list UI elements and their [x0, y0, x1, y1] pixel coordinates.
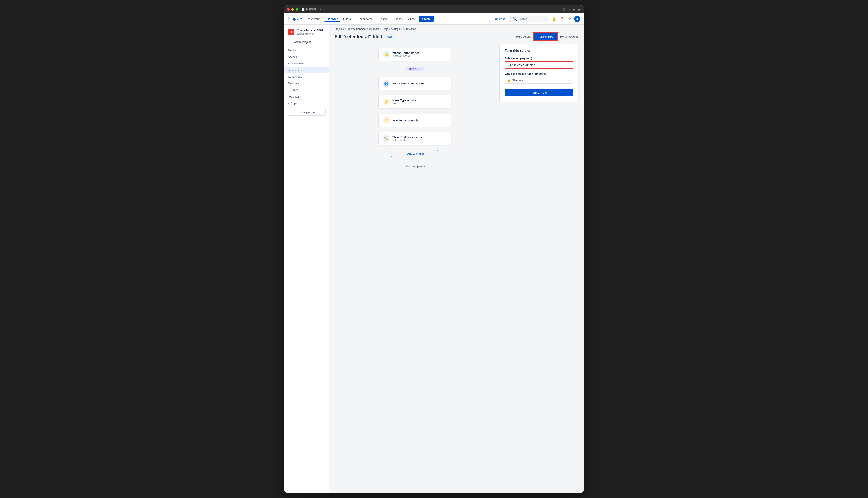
turn-on-rule-button[interactable]: Turn on rule [534, 33, 557, 40]
chevron-down-icon: ▾ [402, 18, 403, 20]
who-can-edit-label: Who can edit this rule? * (required) [505, 72, 573, 75]
selected-at-icon: ⚡ [383, 117, 390, 123]
issue-type-text: Issue Type equals Item [392, 99, 416, 105]
sidebar-item-toolchain[interactable]: Toolchain [284, 93, 329, 100]
chevron-icon: ▸ [288, 102, 289, 104]
top-navigation: ⠿ ◆ Jira Your work ▾ Projects ▾ Filters … [284, 13, 584, 25]
sidebar-item-access[interactable]: Access [284, 54, 329, 60]
right-panel: Turn this rule on Rule name * (required)… [495, 43, 578, 174]
create-button[interactable]: Create [419, 16, 434, 22]
sidebar-item-board[interactable]: ▸ Board [284, 87, 329, 93]
invite-people-button[interactable]: Invite people [288, 109, 326, 116]
return-to-rules-link[interactable]: Return to rules [560, 35, 578, 38]
nav-projects[interactable]: Projects ▾ [324, 16, 340, 22]
close-button[interactable] [287, 8, 290, 11]
sidebar: iT iThome Ironman 2024 ... Software proj… [284, 25, 329, 493]
sidebar-item-details[interactable]: Details [284, 47, 329, 54]
page-header: Fill "selected at" filed NEW Rule detail… [329, 30, 584, 43]
search-box[interactable]: 🔍 [510, 16, 549, 22]
rule-name-group: Rule name * (required) [505, 57, 573, 69]
rule-name-label: Rule name * (required) [505, 57, 573, 60]
issue-type-icon: ⚡ [383, 99, 390, 105]
breadcrumb-projects[interactable]: Projects [334, 27, 344, 30]
page-title-area: Fill "selected at" filed NEW [334, 34, 394, 39]
who-can-edit-select[interactable]: 🔒 All admins [505, 77, 573, 84]
bookmark-icon[interactable]: □ [568, 8, 570, 11]
titlebar-nav: ‹ › [319, 7, 326, 12]
project-type: Software project [296, 32, 326, 35]
flow-connector [414, 72, 415, 77]
nav-teams[interactable]: Teams ▾ [378, 16, 392, 21]
project-info: iThome Ironman 2024 ... Software project [296, 29, 326, 35]
sidebar-item-features[interactable]: Features [284, 80, 329, 87]
help-icon[interactable]: ❓ [559, 16, 565, 22]
settings-icon[interactable]: ⚙ [567, 16, 572, 22]
sidebar-item-apps[interactable]: ▸ Apps [284, 100, 329, 106]
panel-turn-on-button[interactable]: Turn on rule [505, 89, 573, 96]
new-tab-icon[interactable]: ⊞ [573, 8, 575, 11]
titlebar: 📄 私密瀏覽 ‹ › ⎘ □ ⊞ ▣ [284, 5, 584, 13]
breadcrumb-automation[interactable]: Automation [403, 27, 416, 30]
nav-back-button[interactable]: ‹ [319, 7, 322, 12]
maximize-button[interactable] [296, 8, 298, 11]
nav-filters[interactable]: Filters ▾ [341, 16, 355, 21]
branch-label: BRANCH [406, 67, 423, 71]
topnav-right: ✦ Upgrade 🔍 🔔 ❓ ⚙ YL [489, 16, 580, 22]
project-name: iThome Ironman 2024 ... [296, 29, 326, 32]
issues-text: For: Issues in the sprint [392, 82, 424, 85]
titlebar-icons: ⎘ □ ⊞ ▣ [563, 8, 581, 11]
turn-on-panel: Turn this rule on Rule name * (required)… [499, 43, 578, 102]
trigger-node[interactable]: 🔔 When: Sprint started In IM24T board [379, 48, 451, 61]
who-can-edit-group: Who can edit this rule? * (required) 🔒 A… [505, 72, 573, 84]
add-component-button[interactable]: + Add component [400, 162, 429, 170]
flow-connector [414, 61, 415, 66]
breadcrumb: Projects / iThome Ironman 2024 Team / Pr… [329, 25, 584, 30]
jira-logo[interactable]: ◆ Jira [292, 16, 303, 22]
header-actions: Rule details Turn on rule Return to rule… [516, 33, 578, 40]
back-to-project-button[interactable]: ← Back to project [284, 39, 329, 45]
selected-at-node[interactable]: ⚡ selected at is empty [379, 114, 451, 127]
nav-forward-button[interactable]: › [323, 7, 326, 12]
rule-details-link[interactable]: Rule details [516, 35, 531, 38]
issues-node[interactable]: 👥 For: Issues in the sprint [379, 77, 451, 90]
nav-apps[interactable]: Apps ▾ [406, 16, 418, 21]
sidebar-icon[interactable]: ▣ [578, 8, 581, 11]
nav-dashboards[interactable]: Dashboards ▾ [355, 16, 376, 21]
nav-plans[interactable]: Plans ▾ [392, 16, 405, 21]
rule-name-input[interactable] [505, 61, 573, 69]
screen-mirror-icon[interactable]: ⎘ [563, 8, 565, 11]
search-icon: 🔍 [513, 17, 517, 21]
flow-connector [414, 145, 415, 150]
flow-connector [414, 108, 415, 114]
new-badge: NEW [385, 35, 394, 38]
search-input[interactable] [518, 17, 546, 21]
sidebar-item-issue-types[interactable]: Issue types [284, 74, 329, 80]
breadcrumb-project-settings[interactable]: Project settings [382, 27, 400, 30]
minimize-button[interactable] [291, 8, 294, 11]
flow-connector [414, 90, 415, 95]
panel-title: Turn this rule on [505, 49, 573, 53]
sidebar-item-notifications[interactable]: ▸ Notifications [284, 60, 329, 67]
app-grid-icon[interactable]: ⠿ [288, 17, 291, 21]
sidebar-item-automation[interactable]: Automation [284, 67, 329, 74]
issue-type-node[interactable]: ⚡ Issue Type equals Item [379, 95, 451, 108]
notifications-icon[interactable]: 🔔 [551, 16, 557, 22]
flow-connector [414, 157, 415, 162]
user-avatar[interactable]: YL [574, 16, 580, 22]
main-layout: iT iThome Ironman 2024 ... Software proj… [284, 25, 584, 493]
nav-your-work[interactable]: Your work ▾ [305, 16, 323, 21]
breadcrumb-separator: / [345, 27, 346, 30]
breadcrumb-separator: / [401, 27, 402, 30]
chevron-down-icon: ▾ [320, 18, 321, 20]
content-body: 🔔 When: Sprint started In IM24T board BR… [329, 43, 584, 179]
chevron-down-icon: ▾ [352, 18, 353, 20]
sidebar-project: iT iThome Ironman 2024 ... Software proj… [284, 27, 329, 39]
flow-connector [414, 127, 415, 132]
add-to-branch-button[interactable]: + Add to branch [391, 150, 438, 157]
edit-fields-node[interactable]: ✏️ Then: Edit issue fields selected at [379, 132, 451, 145]
upgrade-button[interactable]: ✦ Upgrade [489, 16, 508, 22]
chevron-down-icon: ▾ [415, 18, 416, 20]
upgrade-icon: ✦ [492, 17, 494, 21]
breadcrumb-team[interactable]: iThome Ironman 2024 Team [347, 27, 379, 30]
chevron-down-icon: ▾ [337, 17, 338, 20]
